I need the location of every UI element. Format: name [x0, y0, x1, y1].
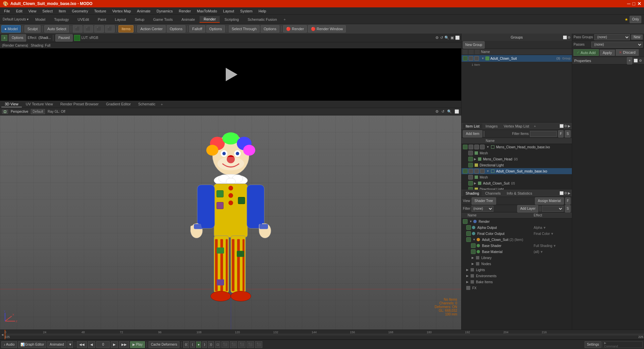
adult-vis4[interactable] — [480, 169, 485, 173]
item-list-expand-icon[interactable]: ⬜ — [559, 124, 564, 128]
auto-select-btn[interactable]: Auto Select — [44, 25, 69, 33]
base-shader-vis[interactable] — [471, 243, 476, 248]
vp-expand-icon[interactable]: ⬜ — [454, 109, 459, 114]
audio-btn[interactable]: ♪ Audio — [1, 341, 17, 348]
menu-item[interactable]: Item — [56, 8, 68, 14]
menu-geometry[interactable]: Geometry — [69, 8, 91, 14]
tab-images[interactable]: Images — [483, 123, 500, 129]
next-frame-btn[interactable]: ▶▶ — [119, 341, 129, 348]
tab-item-list[interactable]: Item List — [463, 123, 482, 129]
prev-frame-btn[interactable]: ◀◀ — [77, 341, 87, 348]
tab-render[interactable]: Render — [200, 16, 220, 23]
properties-expand-icon[interactable]: ⬜ — [634, 59, 638, 62]
transport-btn8[interactable]: ⬛ — [230, 341, 237, 348]
filter-f-btn[interactable]: F — [558, 130, 564, 138]
transport-btn11[interactable]: ⬛ — [255, 341, 262, 348]
toolbar-add-arrow[interactable] — [484, 131, 484, 137]
close-btn[interactable]: ✕ — [637, 1, 641, 6]
search-icon[interactable]: 🔍 — [444, 36, 449, 40]
transport-btn5[interactable]: ⟩⟩ — [208, 341, 214, 348]
shading-render[interactable]: ▼ Render — [462, 218, 572, 225]
expand-icon[interactable]: ⬜ — [455, 36, 460, 40]
menu-layout[interactable]: Layout — [220, 8, 237, 14]
expand-adult-icon[interactable]: ▼ — [486, 169, 489, 173]
tab-gradient-editor[interactable]: Gradient Editor — [103, 101, 134, 107]
render-vis[interactable] — [463, 219, 468, 224]
play-btn[interactable]: ▶ Play — [130, 341, 145, 348]
expand-head-icon[interactable]: ▶ — [474, 157, 476, 161]
transport-btn9[interactable]: ⬛ — [238, 341, 246, 348]
vp-settings-icon[interactable]: ⚙ — [435, 109, 439, 114]
tab-render-preset-browser[interactable]: Render Preset Browser — [57, 101, 102, 107]
properties-add-btn[interactable]: + — [627, 57, 632, 64]
menu-texture[interactable]: Texture — [92, 8, 109, 14]
menu-system[interactable]: System — [237, 8, 255, 14]
item-vis4[interactable] — [480, 145, 485, 149]
settings-btn[interactable]: Settings — [585, 341, 601, 348]
timeline-area[interactable]: 0 24 48 72 96 108 120 132 144 156 168 18… — [5, 330, 644, 339]
adult-vis2[interactable] — [469, 169, 473, 173]
vis-col-header[interactable] — [463, 50, 468, 54]
add-panel-tab-btn[interactable]: + — [532, 123, 537, 129]
action-center-btn[interactable]: Action Center — [137, 25, 166, 33]
only-btn[interactable]: Only — [630, 16, 641, 23]
falloff-btn[interactable]: Falloff — [189, 25, 205, 33]
expand-icon1[interactable]: ▼ — [486, 145, 489, 149]
ref-col-header[interactable] — [475, 50, 480, 54]
shading-base-material[interactable]: Base Material (all) ▼ — [462, 249, 572, 255]
assign-material-btn[interactable]: Assign Material — [535, 197, 564, 205]
add-item-btn[interactable]: Add Item — [463, 130, 482, 138]
menu-edit[interactable]: Edit — [13, 8, 25, 14]
tab-layout[interactable]: Layout — [111, 16, 130, 22]
play-preview-btn[interactable] — [222, 66, 239, 83]
shading-adult-suit[interactable]: ▼ Adult_Clown_Suit (2) (Item) — [462, 237, 572, 243]
item-dir-light1[interactable]: Directional Light — [462, 162, 572, 168]
items-btn[interactable]: Items — [118, 25, 133, 33]
cache-deformers-btn[interactable]: Cache Deformers — [149, 341, 179, 348]
minimize-btn[interactable]: ─ — [627, 1, 631, 6]
group-lock-toggle[interactable] — [469, 56, 473, 61]
transform-btn3[interactable]: ⬛ — [94, 25, 104, 33]
tree-expand-icon[interactable]: ▼ — [481, 57, 484, 60]
light1-vis[interactable] — [468, 163, 473, 167]
shading-environments[interactable]: ▶ Environments — [462, 273, 572, 279]
tab-model[interactable]: Model — [31, 16, 49, 22]
menu-dynamics[interactable]: Dynamics — [154, 8, 175, 14]
transport-btn4[interactable]: ⟩ — [202, 341, 207, 348]
transform-btn2[interactable]: ⬛ — [84, 25, 93, 33]
adult-vis1[interactable] — [463, 169, 468, 173]
model-mode-btn[interactable]: ● Model — [1, 25, 21, 33]
shading-lights[interactable]: ▶ Lights — [462, 267, 572, 273]
tab-vertex-map-list[interactable]: Vertex Map List — [501, 123, 532, 129]
base-mat-vis[interactable] — [471, 249, 476, 254]
group-ref-toggle[interactable] — [474, 56, 479, 61]
item-mens-head-lxo[interactable]: ▼ Mens_Clown_Head_modo_base.lxo — [462, 144, 572, 150]
tab-schematic[interactable]: Schematic — [135, 101, 159, 107]
item-mesh1[interactable]: Mesh — [462, 150, 572, 156]
render-btn[interactable]: 🔴 Render — [283, 25, 307, 33]
pass-groups-select[interactable]: (none) — [594, 34, 630, 40]
light2-vis[interactable] — [468, 187, 473, 190]
transport-btn10[interactable]: ⬛ — [247, 341, 254, 348]
shading-settings-icon[interactable]: ⚙ — [564, 191, 567, 195]
lights-expand[interactable]: ▶ — [466, 268, 469, 271]
item-dir-light2[interactable]: Directional Light — [462, 186, 572, 190]
shader-f-btn[interactable]: F — [565, 197, 571, 205]
filter-items-input[interactable] — [530, 131, 557, 137]
discard-btn[interactable]: ✕ Discard — [616, 49, 638, 56]
shading-arrow-icon[interactable]: ▶ — [568, 191, 571, 195]
transform-btn4[interactable]: ⬛ — [105, 25, 115, 33]
tab-scripting[interactable]: Scripting — [220, 16, 243, 22]
shader-s-btn[interactable]: S — [565, 205, 571, 212]
new-pass-group-btn[interactable]: New — [631, 35, 643, 40]
step-back-btn[interactable]: ◀ — [88, 341, 95, 348]
frame-input[interactable] — [96, 341, 110, 348]
item-list-settings-icon[interactable]: ⚙ — [564, 124, 567, 128]
mesh2-vis[interactable] — [468, 175, 473, 180]
new-group-btn[interactable]: New Group — [463, 41, 485, 49]
suit-vis[interactable] — [468, 181, 473, 186]
shading-alpha-output[interactable]: Alpha Output Alpha ▼ — [462, 225, 572, 231]
filter-select[interactable]: (none) — [472, 206, 493, 212]
frame-icon[interactable]: ▣ — [450, 36, 454, 40]
maximize-btn[interactable]: □ — [633, 1, 635, 6]
